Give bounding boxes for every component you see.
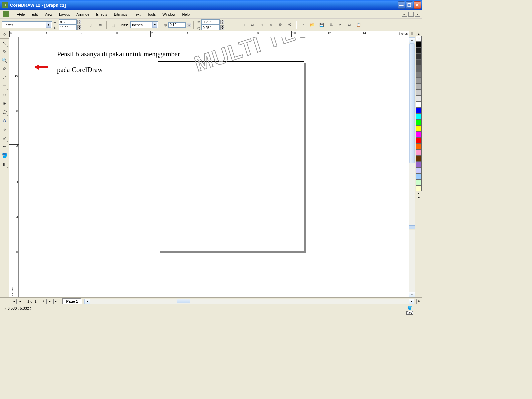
color-swatch[interactable] <box>416 83 422 89</box>
drawing-canvas[interactable]: Pensil biasanya di pakai untuk menggamba… <box>19 37 409 297</box>
smart-drawing-tool[interactable]: ⟋ <box>1 73 9 81</box>
menu-tools[interactable]: Tools <box>144 11 159 17</box>
graph-paper-tool[interactable]: ⊞ <box>1 99 9 107</box>
snap-grid-button[interactable]: ⊞ <box>230 21 238 29</box>
palette-scroll-up[interactable]: ▴ <box>418 32 420 36</box>
pick-tool[interactable]: ↖ <box>1 39 9 47</box>
scroll-down-button[interactable]: ▼ <box>409 292 415 297</box>
menu-view[interactable]: View <box>41 11 56 17</box>
vertical-scrollbar[interactable]: ⊞ ▲ ▼ <box>409 31 415 297</box>
duplicate-y-input[interactable]: 0.25 " <box>201 25 220 30</box>
color-swatch[interactable] <box>416 179 422 185</box>
duplicate-x-input[interactable]: 0.25 " <box>201 19 220 25</box>
color-swatch[interactable] <box>416 54 422 60</box>
ruler-origin[interactable]: ⊹ <box>0 33 9 39</box>
spin-down-button[interactable]: ▼ <box>77 22 81 24</box>
horizontal-scrollbar[interactable]: ◂ ▸ <box>84 299 414 304</box>
palette-scroll-down[interactable]: ▾ <box>418 191 420 195</box>
options-button[interactable]: ⚙ <box>276 21 284 29</box>
color-swatch[interactable] <box>416 185 422 191</box>
menu-layout[interactable]: Layout <box>56 11 73 17</box>
fill-indicator-icon[interactable]: 🪣 <box>407 306 412 310</box>
interactive-fill-tool[interactable]: ◧ <box>1 160 9 168</box>
color-swatch[interactable] <box>416 149 422 155</box>
palette-flyout[interactable]: ◂ <box>418 195 420 199</box>
fill-tool[interactable]: 🪣 <box>1 151 9 159</box>
text-tool[interactable]: A <box>1 117 9 125</box>
color-swatch[interactable] <box>416 42 422 48</box>
outline-tool[interactable]: ✒ <box>1 143 9 151</box>
ellipse-tool[interactable]: ○ <box>1 91 9 99</box>
minimize-button[interactable]: — <box>398 1 405 9</box>
navigator-button[interactable]: ⊡ <box>416 299 422 304</box>
print-button[interactable]: 🖶 <box>327 21 335 29</box>
color-swatch[interactable] <box>416 131 422 137</box>
prev-page-button[interactable]: ◂ <box>17 299 23 304</box>
color-swatch[interactable] <box>416 137 422 143</box>
rectangle-tool[interactable]: ▭ <box>1 82 9 90</box>
cut-button[interactable]: ✂ <box>336 21 344 29</box>
page-height-input[interactable]: 11.0 " <box>59 25 77 30</box>
snap-dynamic-button[interactable]: ⧆ <box>258 21 266 29</box>
menu-edit[interactable]: Edit <box>28 11 41 17</box>
menu-window[interactable]: Window <box>159 11 179 17</box>
interactive-blend-tool[interactable]: ⟐ <box>1 125 9 133</box>
page-setup-button[interactable]: ⬚ <box>109 21 117 29</box>
color-swatch[interactable] <box>416 89 422 95</box>
menu-help[interactable]: Help <box>179 11 193 17</box>
color-swatch[interactable] <box>416 155 422 161</box>
scroll-thumb[interactable] <box>177 299 190 303</box>
docker-toggle-icon[interactable]: ⊞ <box>409 31 415 37</box>
copy-button[interactable]: ⧉ <box>345 21 353 29</box>
page-tab[interactable]: Page 1 <box>62 298 82 304</box>
mdi-close-button[interactable]: × <box>415 12 420 17</box>
units-combo[interactable]: inches ▼ <box>130 21 158 28</box>
spin-down-button[interactable]: ▼ <box>77 28 81 30</box>
spin-up-button[interactable]: ▲ <box>77 25 81 28</box>
landscape-button[interactable]: ▭ <box>96 21 104 29</box>
first-page-button[interactable]: I◂ <box>11 299 17 304</box>
drawing-page[interactable] <box>158 61 304 251</box>
menu-effects[interactable]: Effects <box>93 11 110 17</box>
polygon-tool[interactable]: ⬠ <box>1 108 9 116</box>
options2-button[interactable]: ⚒ <box>286 21 294 29</box>
color-swatch[interactable] <box>416 95 422 101</box>
vertical-ruler[interactable]: 10 8 6 4 2 0 inches <box>9 37 19 297</box>
nudge-input[interactable]: 0.1 " <box>168 22 186 28</box>
horizontal-ruler[interactable]: 6 4 2 0 2 4 6 8 10 12 14 inches <box>9 31 409 37</box>
eyedropper-tool[interactable]: ⤢ <box>1 134 9 142</box>
color-swatch[interactable] <box>416 48 422 54</box>
close-button[interactable]: ✕ <box>414 1 421 9</box>
next-page-button[interactable]: ▸ <box>47 299 53 304</box>
color-swatch[interactable] <box>416 60 422 66</box>
last-page-button[interactable]: ▸I <box>53 299 59 304</box>
no-fill-indicator[interactable] <box>406 311 413 315</box>
color-swatch[interactable] <box>416 161 422 167</box>
scroll-right-button[interactable]: ▸ <box>409 299 414 304</box>
color-swatch[interactable] <box>416 66 422 71</box>
portrait-button[interactable]: ▯ <box>87 21 95 29</box>
new-button[interactable]: 🗋 <box>299 21 307 29</box>
page-width-input[interactable]: 8.5 " <box>59 19 77 25</box>
freehand-tool[interactable]: ✐ <box>1 65 9 73</box>
color-swatch[interactable] <box>416 77 422 83</box>
no-color-swatch[interactable] <box>416 36 422 42</box>
paste-button[interactable]: 📋 <box>355 21 363 29</box>
menu-file[interactable]: FFileFile <box>13 11 28 17</box>
color-swatch[interactable] <box>416 101 422 107</box>
maximize-button[interactable]: ❐ <box>406 1 413 9</box>
menu-text[interactable]: Text <box>130 11 144 17</box>
shape-tool[interactable]: ✎ <box>1 48 9 56</box>
spin-up-button[interactable]: ▲ <box>187 23 191 25</box>
zoom-tool[interactable]: 🔍 <box>1 56 9 64</box>
menu-bitmaps[interactable]: Bitmaps <box>111 11 131 17</box>
treat-as-filled-button[interactable]: ◈ <box>267 21 275 29</box>
color-swatch[interactable] <box>416 107 422 113</box>
document-icon[interactable] <box>3 11 9 17</box>
mdi-restore-button[interactable]: ❐ <box>408 12 414 17</box>
snap-guidelines-button[interactable]: ⊟ <box>239 21 247 29</box>
open-button[interactable]: 📂 <box>308 21 316 29</box>
snap-objects-button[interactable]: ⧉ <box>248 21 256 29</box>
paper-size-combo[interactable]: Letter ▼ <box>2 21 52 28</box>
spin-down-button[interactable]: ▼ <box>187 25 191 27</box>
